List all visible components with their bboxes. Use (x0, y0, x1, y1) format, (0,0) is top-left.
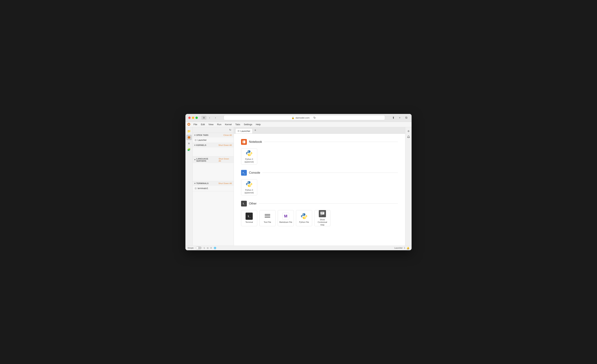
python3-console-card[interactable]: Python 3(ipykernel) (241, 179, 257, 195)
menu-view[interactable]: View (207, 123, 215, 126)
main-container: 📁 ≡ 🧩 ↻ ▾ (185, 127, 412, 246)
contextual-help-card-icon (319, 210, 326, 217)
language-servers-content (193, 163, 234, 181)
sidebar-icons: 📁 ≡ 🧩 (185, 127, 193, 246)
simple-label: Simple (188, 247, 194, 249)
launcher-tab-icon: ⊡ (238, 130, 239, 132)
python3-console-label: Python 3(ipykernel) (244, 189, 254, 194)
notifications-icon (407, 135, 410, 138)
terminal-card[interactable]: $_ Terminal (241, 210, 257, 226)
new-tab-action-button[interactable]: ＋ (397, 115, 402, 120)
python3-notebook-card[interactable]: Python 3(ipykernel) (241, 148, 257, 164)
new-tab-button[interactable]: + (253, 128, 258, 132)
svg-rect-3 (243, 140, 245, 143)
commands-icon-button[interactable]: ≡ (186, 141, 192, 146)
list-item[interactable]: ⊡ terminals/1 (193, 186, 234, 190)
text-file-card[interactable]: Text File (259, 210, 275, 226)
markdown-icon-bg: M (282, 213, 289, 220)
running-icon-button[interactable] (186, 135, 192, 140)
panel-sections: ▾ OPEN TABS Close All ⊡ Launcher (193, 133, 234, 246)
kernels-header-left: ▾ KERNELS (194, 144, 206, 146)
gear-icon (407, 130, 410, 132)
other-icon-text: $_ (243, 202, 245, 205)
menu-help[interactable]: Help (254, 123, 262, 126)
python-file-label: Python File (299, 221, 309, 223)
menu-file[interactable]: File (192, 123, 199, 126)
extensions-icon: 🧩 (187, 148, 191, 151)
simple-toggle[interactable] (196, 247, 202, 249)
open-tabs-chevron: ▾ (194, 134, 196, 136)
sidebar-toggle-button[interactable]: ⊞ (201, 116, 206, 120)
markdown-file-card[interactable]: M Markdown File (278, 210, 294, 226)
menu-kernel[interactable]: Kernel (223, 123, 233, 126)
svg-point-6 (250, 155, 250, 155)
language-icon: 🌐 (214, 247, 216, 249)
reload-button[interactable]: ↻ (312, 115, 317, 120)
jupyter-logo (187, 122, 191, 126)
kernels-content (193, 147, 234, 156)
files-icon-button[interactable]: 📁 (186, 129, 192, 134)
svg-rect-18 (321, 215, 322, 216)
status-launcher-label: Launcher (394, 247, 403, 249)
notebook-cards-row: Python 3(ipykernel) (241, 148, 398, 164)
launcher-tab[interactable]: ⊡ Launcher (235, 128, 252, 133)
launcher-tab-icon: ⊡ (195, 139, 196, 141)
python-notebook-icon (245, 150, 253, 157)
kernels-chevron: ▾ (194, 144, 196, 146)
svg-point-5 (248, 151, 249, 151)
terminal-label: Terminal (245, 221, 253, 223)
shut-down-all-language-servers-button[interactable]: Shut Down All (219, 158, 232, 162)
refresh-button[interactable]: ↻ (228, 128, 232, 132)
maximize-button[interactable] (196, 116, 198, 119)
settings-gear-button[interactable] (406, 129, 411, 134)
language-servers-header-left: ▾ LANGUAGE SERVERS (194, 158, 219, 162)
language-servers-header[interactable]: ▾ LANGUAGE SERVERS Shut Down All (193, 157, 234, 163)
open-tabs-header[interactable]: ▾ OPEN TABS Close All (193, 133, 234, 137)
minimize-button[interactable] (192, 116, 194, 119)
notification-bell-icon: 🔔 (407, 247, 409, 249)
other-section-divider: $_ Other (241, 201, 398, 207)
help-icon-box (319, 210, 326, 217)
menubar: File Edit View Run Kernel Tabs Settings … (185, 122, 412, 127)
address-bar[interactable]: 🔒 damodel.com ↻ (224, 115, 385, 120)
menu-run[interactable]: Run (215, 123, 223, 126)
language-servers-label: LANGUAGE SERVERS (196, 158, 219, 162)
back-button[interactable]: ‹ (207, 116, 212, 120)
close-all-button[interactable]: Close All (223, 134, 232, 136)
python3-notebook-label: Python 3(ipykernel) (244, 158, 254, 163)
menu-settings[interactable]: Settings (242, 123, 254, 126)
console-section-divider: >_ Console (241, 170, 398, 176)
tab-count: 1 (204, 247, 205, 249)
kernels-header[interactable]: ▾ KERNELS Shut Down All (193, 143, 234, 147)
markdown-card-icon: M (282, 213, 289, 220)
close-button[interactable] (188, 116, 191, 119)
status-bar: Simple 1 ⊡ 0 🌐 Launcher 1 🔔 (185, 246, 412, 250)
contextual-help-card[interactable]: ShowContextual Help (314, 210, 330, 226)
console-section-icon: >_ (241, 170, 247, 176)
commands-icon: ≡ (188, 142, 190, 145)
python-file-card[interactable]: Python File (296, 210, 312, 226)
open-tabs-content: ⊡ Launcher (193, 137, 234, 143)
open-tabs-section: ▾ OPEN TABS Close All ⊡ Launcher (193, 133, 234, 143)
forward-button[interactable]: › (213, 116, 218, 120)
launcher-tab-label: Launcher (198, 139, 207, 141)
menu-tabs[interactable]: Tabs (234, 123, 242, 126)
tabs-button[interactable]: ⧉ (404, 115, 409, 120)
markdown-m-text: M (284, 214, 287, 218)
titlebar-actions: ⬆ ＋ ⧉ (391, 115, 409, 120)
extensions-icon-button[interactable]: 🧩 (186, 147, 192, 152)
terminal-icon-box: $_ (245, 213, 253, 220)
share-button[interactable]: ⬆ (391, 115, 396, 120)
language-servers-chevron: ▾ (194, 159, 196, 161)
browser-window: ⊞ ‹ › 🔒 damodel.com ↻ ⬆ ＋ ⧉ File Edit Vi… (185, 114, 412, 250)
notebook-section-divider: Notebook (241, 139, 398, 145)
status-bar-right: Launcher 1 🔔 (394, 247, 409, 249)
shut-down-all-kernels-button[interactable]: Shut Down All (219, 144, 232, 146)
terminals-section: ▾ TERMINALS Shut Down All ⊡ terminals/1 (193, 181, 234, 191)
notifications-button[interactable] (406, 134, 411, 139)
terminals-header[interactable]: ▾ TERMINALS Shut Down All (193, 181, 234, 186)
list-item[interactable]: ⊡ Launcher (193, 138, 234, 142)
other-section-icon: $_ (241, 201, 247, 207)
shut-down-all-terminals-button[interactable]: Shut Down All (219, 182, 232, 185)
menu-edit[interactable]: Edit (199, 123, 206, 126)
